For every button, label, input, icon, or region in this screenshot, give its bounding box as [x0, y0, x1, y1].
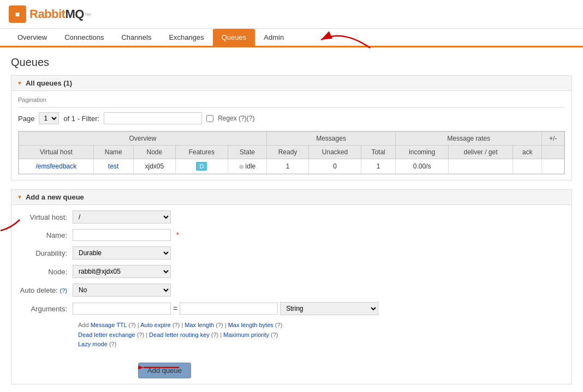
pagination-label: Pagination — [18, 97, 565, 103]
node-row: Node: rabbit@xjdx05 — [18, 265, 565, 278]
nav-item-connections[interactable]: Connections — [56, 29, 112, 46]
regex-checkbox[interactable] — [206, 115, 213, 122]
th-node: Node — [133, 146, 175, 159]
th-ready: Ready — [266, 146, 308, 159]
vhost-select[interactable]: / /emsfeedback — [73, 210, 171, 224]
durability-field: Durable Transient — [73, 246, 171, 260]
th-total: Total — [361, 146, 395, 159]
header: ■ RabbitMQ™ — [0, 0, 583, 29]
arg-hints: Add Message TTL (?) | Auto expire (?) | … — [78, 321, 565, 349]
th-incoming: incoming — [396, 146, 449, 159]
durability-label: Durability: — [18, 249, 73, 257]
args-name-input[interactable] — [73, 303, 171, 315]
th-extra — [542, 146, 564, 159]
hint-help-5: (?) — [137, 331, 144, 338]
add-queue-header[interactable]: ▼ Add a new queue — [11, 190, 572, 205]
queue-table: Overview Messages Message rates +/- Virt… — [19, 131, 564, 174]
name-label: Name: — [18, 231, 73, 239]
max-length-link[interactable]: Max length — [185, 322, 214, 328]
nav-item-channels[interactable]: Channels — [112, 29, 160, 46]
th-state: State — [228, 146, 266, 159]
td-extra — [542, 159, 564, 174]
hint-help-6: (?) — [211, 331, 218, 338]
dead-letter-exchange-link[interactable]: Dead letter exchange — [78, 331, 135, 338]
hint-help-7: (?) — [271, 331, 278, 338]
add-queue-btn-wrap: Add queue — [78, 357, 191, 378]
th-name: Name — [93, 146, 133, 159]
auto-expire-link[interactable]: Auto expire — [140, 322, 171, 328]
message-ttl-link[interactable]: Message TTL — [91, 322, 127, 328]
arguments-row: Arguments: = String Number Boolean List — [18, 302, 565, 315]
dead-letter-routing-key-link[interactable]: Dead letter routing key — [149, 331, 210, 338]
table-row: /emsfeedback test xjdx05 D idle — [19, 159, 564, 174]
all-queues-header[interactable]: ▼ All queues (1) — [11, 76, 572, 91]
of-label: of 1 - Filter: — [63, 114, 99, 123]
args-type-select[interactable]: String Number Boolean List — [280, 302, 378, 315]
required-star: * — [176, 231, 179, 239]
td-features: D — [175, 159, 228, 174]
vhost-link[interactable]: /emsfeedback — [36, 162, 77, 170]
nav-item-queues[interactable]: Queues — [213, 29, 255, 46]
name-field: * — [73, 229, 179, 241]
arguments-field: = String Number Boolean List — [73, 302, 378, 315]
nav-item-admin[interactable]: Admin — [255, 29, 293, 46]
nav-item-overview[interactable]: Overview — [9, 29, 56, 46]
col-group-overview: Overview — [19, 132, 267, 146]
max-length-bytes-link[interactable]: Max length bytes — [228, 322, 273, 328]
page-select[interactable]: 1 — [39, 112, 59, 124]
hint-help-4: (?) — [275, 322, 282, 328]
td-name: test — [93, 159, 133, 174]
logo-icon: ■ — [9, 5, 26, 23]
nav: Overview Connections Channels Exchanges … — [0, 29, 583, 47]
node-field: rabbit@xjdx05 — [73, 265, 171, 278]
add-queue-section: ▼ Add a new queue Virtual host: / /emsfe… — [11, 189, 572, 384]
filter-input[interactable] — [104, 112, 202, 124]
th-features: Features — [175, 146, 228, 159]
vhost-label: Virtual host: — [18, 213, 73, 221]
all-queues-title: All queues (1) — [26, 79, 72, 87]
queue-table-wrap: Overview Messages Message rates +/- Virt… — [18, 131, 565, 174]
page-label: Page — [18, 114, 34, 123]
td-state: idle — [228, 159, 266, 174]
th-unacked: Unacked — [309, 146, 361, 159]
add-queue-title: Add a new queue — [26, 193, 84, 201]
auto-delete-field: No Yes — [73, 284, 171, 297]
add-hint-label: Add — [78, 322, 91, 328]
add-queue-button[interactable]: Add queue — [138, 363, 191, 378]
auto-delete-select[interactable]: No Yes — [73, 284, 171, 297]
auto-delete-help[interactable]: (?) — [60, 287, 67, 294]
hint-help-1: (?) — [128, 322, 135, 328]
toggle-icon: ▼ — [17, 80, 22, 86]
queue-name-link[interactable]: test — [108, 162, 118, 170]
col-group-message-rates: Message rates — [396, 132, 542, 146]
hint-help-2: (?) — [172, 322, 180, 328]
th-vhost: Virtual host — [19, 146, 94, 159]
vhost-field: / /emsfeedback — [73, 210, 171, 224]
durability-select[interactable]: Durable Transient — [73, 246, 171, 260]
td-node: xjdx05 — [133, 159, 175, 174]
name-row: Name: * — [18, 229, 565, 241]
args-value-input[interactable] — [180, 303, 278, 315]
toggle-icon-2: ▼ — [17, 194, 22, 200]
td-vhost: /emsfeedback — [19, 159, 94, 174]
auto-delete-row: Auto delete: (?) No Yes — [18, 284, 565, 297]
node-select[interactable]: rabbit@xjdx05 — [73, 265, 171, 278]
name-input[interactable] — [73, 229, 171, 241]
nav-item-exchanges[interactable]: Exchanges — [160, 29, 212, 46]
hint-help-3: (?) — [216, 322, 223, 328]
td-incoming: 0.00/s — [396, 159, 449, 174]
lazy-mode-link[interactable]: Lazy mode — [78, 341, 108, 347]
td-unacked: 0 — [309, 159, 361, 174]
all-queues-section: ▼ All queues (1) Pagination Page 1 of 1 … — [11, 75, 572, 180]
plus-minus-cell[interactable]: +/- — [542, 132, 564, 146]
add-queue-body: Virtual host: / /emsfeedback Name: * — [11, 205, 572, 384]
durability-row: Durability: Durable Transient — [18, 246, 565, 260]
td-ack — [513, 159, 542, 174]
maximum-priority-link[interactable]: Maximum priority — [223, 331, 269, 338]
td-deliver-get — [449, 159, 513, 174]
td-ready: 1 — [266, 159, 308, 174]
arguments-label: Arguments: — [18, 305, 73, 313]
regex-label: Regex (?)(?) — [218, 114, 254, 122]
th-ack: ack — [513, 146, 542, 159]
feature-badge-d: D — [196, 162, 207, 171]
